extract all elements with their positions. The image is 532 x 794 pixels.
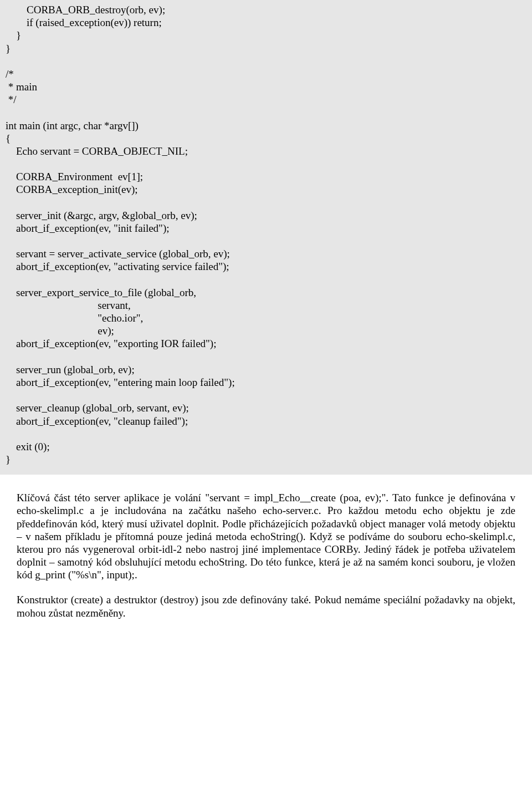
- paragraph-2: Konstruktor (create) a destruktor (destr…: [17, 593, 515, 619]
- paragraph-1: Klíčová část této server aplikace je vol…: [17, 491, 515, 581]
- code-block: CORBA_ORB_destroy(orb, ev); if (raised_e…: [0, 0, 532, 475]
- body-text: Klíčová část této server aplikace je vol…: [0, 475, 532, 619]
